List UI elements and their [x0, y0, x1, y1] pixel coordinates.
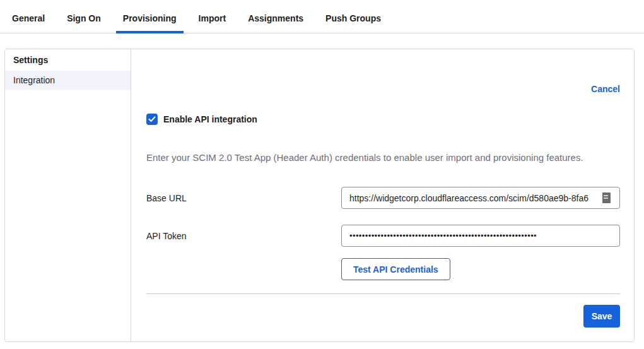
base-url-field-row: Base URL [146, 187, 620, 209]
sidebar-item-integration[interactable]: Integration [5, 71, 131, 90]
tab-provisioning[interactable]: Provisioning [116, 13, 184, 33]
form-header-actions: Cancel [146, 84, 620, 94]
api-token-input-shell [341, 225, 620, 247]
enable-api-label: Enable API integration [163, 114, 257, 124]
api-token-field-row: API Token [146, 225, 620, 247]
test-credentials-aligner: Test API Credentials [341, 258, 620, 280]
api-token-input[interactable] [341, 225, 620, 247]
cancel-button[interactable]: Cancel [591, 84, 620, 94]
footer-actions: Save [146, 305, 620, 328]
settings-sidebar: Settings Integration [5, 49, 131, 341]
base-url-label: Base URL [146, 193, 187, 203]
app-tabbar: General Sign On Provisioning Import Assi… [0, 0, 644, 33]
provisioning-panel: Settings Integration Cancel Enable API i… [4, 49, 635, 342]
integration-form: Cancel Enable API integration Enter your… [131, 49, 634, 341]
test-credentials-row: Test API Credentials [146, 258, 620, 280]
checkmark-icon [148, 116, 156, 122]
tab-sign-on[interactable]: Sign On [60, 13, 108, 33]
credentials-description: Enter your SCIM 2.0 Test App (Header Aut… [146, 152, 620, 163]
tab-import[interactable]: Import [192, 13, 233, 33]
base-url-input[interactable] [341, 187, 620, 209]
tab-push-groups[interactable]: Push Groups [319, 13, 388, 33]
sidebar-heading: Settings [5, 55, 131, 65]
tab-general[interactable]: General [5, 13, 52, 33]
text-selection-cursor [602, 192, 611, 203]
test-api-credentials-button[interactable]: Test API Credentials [341, 258, 450, 280]
footer-divider [146, 293, 620, 294]
api-token-label: API Token [146, 231, 187, 241]
enable-api-checkbox[interactable] [146, 114, 158, 125]
base-url-input-shell [341, 187, 620, 209]
enable-api-row: Enable API integration [146, 114, 620, 125]
tab-assignments[interactable]: Assignments [241, 13, 310, 33]
save-button[interactable]: Save [583, 305, 620, 328]
